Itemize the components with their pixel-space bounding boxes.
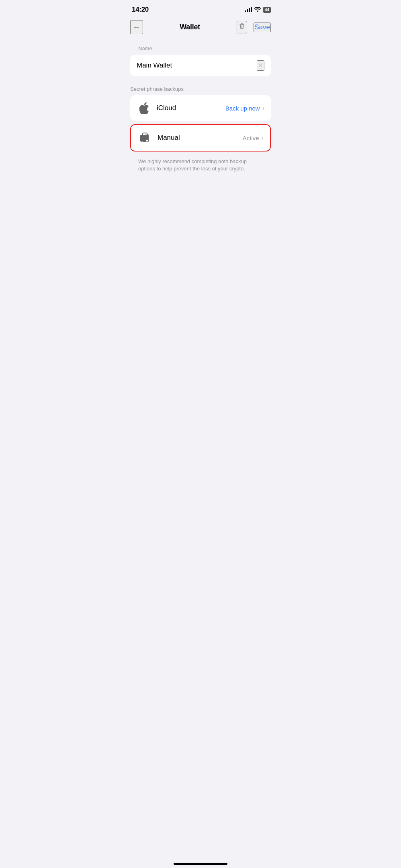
save-button[interactable]: Save <box>254 23 271 32</box>
manual-chevron-icon: › <box>262 134 264 141</box>
manual-backup-item-wrapper: Manual Active › <box>130 124 271 151</box>
clear-input-button[interactable]: ✕ <box>257 60 264 71</box>
manual-icon <box>137 131 152 145</box>
name-label: Name <box>130 45 271 51</box>
page-title: Wallet <box>180 23 200 31</box>
delete-button[interactable] <box>237 21 247 33</box>
status-bar: 14:20 44 <box>122 0 279 17</box>
icloud-backup-item-wrapper: iCloud Back up now › <box>130 95 271 121</box>
icloud-chevron-icon: › <box>262 104 264 112</box>
manual-backup-name: Manual <box>158 134 243 142</box>
apple-icon <box>137 101 151 115</box>
status-icons: 44 <box>245 6 271 13</box>
icloud-backup-action: Back up now <box>225 105 260 112</box>
backup-section-label: Secret phrase backups <box>130 86 271 92</box>
signal-icon <box>245 7 252 12</box>
back-button[interactable]: ← <box>130 20 143 34</box>
icloud-backup-item[interactable]: iCloud Back up now › <box>130 95 271 121</box>
icloud-backup-name: iCloud <box>157 104 225 112</box>
wifi-icon <box>254 6 261 13</box>
wallet-name-input[interactable] <box>137 61 257 70</box>
backup-warning: We highly recommend completing both back… <box>130 155 271 172</box>
manual-backup-item[interactable]: Manual Active › <box>131 125 270 151</box>
name-section: Name ✕ <box>122 41 279 76</box>
nav-actions: Save <box>237 21 271 33</box>
backup-section: Secret phrase backups iCloud Back up now… <box>122 76 279 172</box>
name-input-wrapper: ✕ <box>130 55 271 76</box>
status-time: 14:20 <box>132 6 149 14</box>
battery-icon: 44 <box>263 7 271 13</box>
nav-header: ← Wallet Save <box>122 17 279 41</box>
manual-backup-status: Active <box>243 135 259 141</box>
